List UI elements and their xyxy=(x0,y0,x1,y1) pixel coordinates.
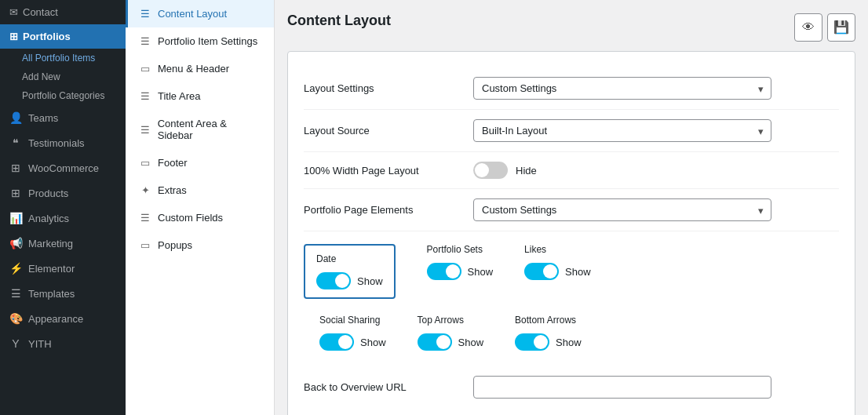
top-arrows-show-label: Show xyxy=(458,337,484,348)
social-sharing-label: Social Sharing xyxy=(319,315,386,326)
footer-icon: ▭ xyxy=(139,157,151,169)
testimonials-icon: ❝ xyxy=(9,137,22,149)
sidebar-item-testimonials[interactable]: ❝ Testimonials xyxy=(0,130,126,155)
sub-sidebar-item-content-area[interactable]: ☰ Content Area & Sidebar xyxy=(126,110,274,149)
sidebar-item-elementor[interactable]: ⚡ Elementor xyxy=(0,256,126,281)
layout-source-select-wrapper: Built-In Layout Custom Layout xyxy=(473,119,771,142)
likes-toggle-row: Show xyxy=(524,263,591,280)
main-sidebar: ✉ Contact ⊞ Portfolios All Portfolio Ite… xyxy=(0,0,126,415)
portfolios-icon: ⊞ xyxy=(9,31,18,42)
social-sharing-show-label: Show xyxy=(360,337,386,348)
sub-sidebar-item-portfolio-settings[interactable]: ☰ Portfolio Item Settings xyxy=(126,27,274,55)
sidebar-item-products[interactable]: ⊞ Products xyxy=(0,180,126,206)
social-sharing-toggle-row: Show xyxy=(319,333,386,351)
top-arrows-toggle[interactable] xyxy=(418,333,452,351)
title-area-icon: ☰ xyxy=(139,90,151,102)
bottom-arrows-show-label: Show xyxy=(556,337,582,348)
date-label: Date xyxy=(316,253,383,264)
sub-sidebar: ☰ Content Layout ☰ Portfolio Item Settin… xyxy=(126,0,275,415)
products-icon: ⊞ xyxy=(9,187,22,199)
top-arrows-label: Top Arrows xyxy=(418,315,484,326)
analytics-icon: 📊 xyxy=(9,212,22,224)
bottom-arrows-toggle[interactable] xyxy=(515,333,549,351)
sidebar-item-analytics[interactable]: 📊 Analytics xyxy=(0,206,126,231)
preview-button[interactable]: 👁 xyxy=(794,13,822,42)
sub-sidebar-item-content-layout[interactable]: ☰ Content Layout xyxy=(126,0,274,27)
width-layout-label: 100% Width Page Layout xyxy=(304,165,461,177)
templates-icon: ☰ xyxy=(9,287,22,300)
layout-settings-control: Custom Settings Default Settings xyxy=(473,77,839,100)
sub-sidebar-item-title-area[interactable]: ☰ Title Area xyxy=(126,82,274,110)
sidebar-subitem-add-new[interactable]: Add New xyxy=(0,67,126,86)
date-element: Date Show xyxy=(304,244,396,299)
sidebar-subitem-all-portfolio-items[interactable]: All Portfolio Items xyxy=(0,49,126,67)
appearance-icon: 🎨 xyxy=(9,312,22,325)
width-layout-toggle-label: Hide xyxy=(516,165,537,177)
save-icon: 💾 xyxy=(833,20,849,35)
sidebar-item-woocommerce[interactable]: ⊞ WooCommerce xyxy=(0,155,126,180)
portfolio-elements-control: Custom Settings Default Settings xyxy=(473,198,839,221)
portfolio-elements-select[interactable]: Custom Settings Default Settings xyxy=(473,198,771,221)
back-url-row: Back to Overview URL xyxy=(304,366,839,408)
social-sharing-toggle[interactable] xyxy=(319,333,354,351)
social-sharing-element: Social Sharing Show xyxy=(319,315,386,351)
date-toggle[interactable] xyxy=(316,272,351,289)
sidebar-item-marketing[interactable]: 📢 Marketing xyxy=(0,231,126,256)
menu-header-icon: ▭ xyxy=(139,63,151,75)
portfolio-sets-toggle-row: Show xyxy=(427,263,494,280)
sidebar-item-yith[interactable]: Y YITH xyxy=(0,331,126,356)
likes-toggle[interactable] xyxy=(524,263,559,280)
sub-sidebar-item-popups[interactable]: ▭ Popups xyxy=(126,231,274,259)
teams-icon: 👤 xyxy=(9,111,22,124)
sub-sidebar-item-custom-fields[interactable]: ☰ Custom Fields xyxy=(126,204,274,231)
portfolio-sets-show-label: Show xyxy=(468,266,494,278)
extras-icon: ✦ xyxy=(139,184,151,196)
content-layout-icon: ☰ xyxy=(139,8,151,20)
sub-sidebar-item-extras[interactable]: ✦ Extras xyxy=(126,177,274,204)
main-content-area: Content Layout 👁 💾 Layout Settings Custo… xyxy=(275,0,868,415)
popups-icon: ▭ xyxy=(139,239,151,251)
marketing-icon: 📢 xyxy=(9,237,22,249)
contact-icon: ✉ xyxy=(9,6,18,18)
top-arrows-element: Top Arrows Show xyxy=(418,315,484,351)
portfolio-sets-toggle[interactable] xyxy=(427,263,461,280)
sidebar-item-portfolios[interactable]: ⊞ Portfolios xyxy=(0,24,126,49)
sidebar-subitem-portfolio-categories[interactable]: Portfolio Categories xyxy=(0,86,126,105)
sidebar-item-teams[interactable]: 👤 Teams xyxy=(0,105,126,130)
elements-grid: Date Show Portfolio Sets Show xyxy=(304,244,839,351)
eye-icon: 👁 xyxy=(802,20,815,35)
elements-row-2: Social Sharing Show Top Arrows Show xyxy=(319,315,839,351)
content-area-icon: ☰ xyxy=(139,124,151,136)
portfolio-elements-label: Portfolio Page Elements xyxy=(304,204,461,216)
likes-show-label: Show xyxy=(565,266,591,278)
width-layout-toggle[interactable] xyxy=(473,162,508,179)
width-layout-toggle-row: Hide xyxy=(473,162,839,179)
layout-settings-select[interactable]: Custom Settings Default Settings xyxy=(473,77,771,100)
layout-source-label: Layout Source xyxy=(304,125,461,137)
layout-source-select[interactable]: Built-In Layout Custom Layout xyxy=(473,119,771,142)
likes-label: Likes xyxy=(524,244,591,255)
sidebar-item-contact[interactable]: ✉ Contact xyxy=(0,0,126,24)
save-button[interactable]: 💾 xyxy=(827,13,855,42)
action-buttons: 👁 💾 xyxy=(794,13,855,42)
width-layout-row: 100% Width Page Layout Hide xyxy=(304,152,839,189)
sub-sidebar-item-footer[interactable]: ▭ Footer xyxy=(126,149,274,177)
back-url-control xyxy=(473,376,839,399)
sidebar-item-templates[interactable]: ☰ Templates xyxy=(0,281,126,306)
bottom-arrows-label: Bottom Arrows xyxy=(515,315,582,326)
custom-fields-icon: ☰ xyxy=(139,212,151,224)
back-url-label: Back to Overview URL xyxy=(304,381,461,393)
layout-settings-label: Layout Settings xyxy=(304,82,461,94)
sub-sidebar-item-menu-header[interactable]: ▭ Menu & Header xyxy=(126,55,274,82)
layout-settings-select-wrapper: Custom Settings Default Settings xyxy=(473,77,771,100)
layout-settings-row: Layout Settings Custom Settings Default … xyxy=(304,67,839,110)
portfolio-sets-label: Portfolio Sets xyxy=(427,244,494,255)
woocommerce-icon: ⊞ xyxy=(9,162,22,174)
portfolio-elements-select-wrapper: Custom Settings Default Settings xyxy=(473,198,771,221)
date-toggle-row: Show xyxy=(316,272,383,289)
content-layout-card: Layout Settings Custom Settings Default … xyxy=(287,51,855,415)
top-arrows-toggle-row: Show xyxy=(418,333,484,351)
sidebar-item-appearance[interactable]: 🎨 Appearance xyxy=(0,306,126,331)
portfolio-sets-element: Portfolio Sets Show xyxy=(427,244,494,299)
back-url-input[interactable] xyxy=(473,376,771,399)
